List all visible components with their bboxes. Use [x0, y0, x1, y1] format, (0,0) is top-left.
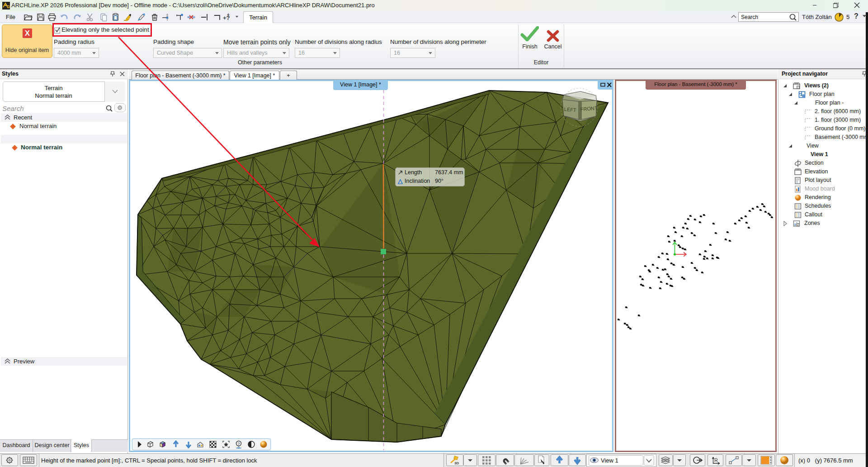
svg-text:?: ?: [237, 442, 240, 446]
svg-text:2: 2: [797, 223, 799, 226]
svg-text:LEFT: LEFT: [564, 106, 576, 113]
svg-text:3D: 3D: [454, 461, 459, 465]
svg-text:+: +: [227, 13, 230, 17]
svg-text:R: R: [714, 457, 718, 463]
